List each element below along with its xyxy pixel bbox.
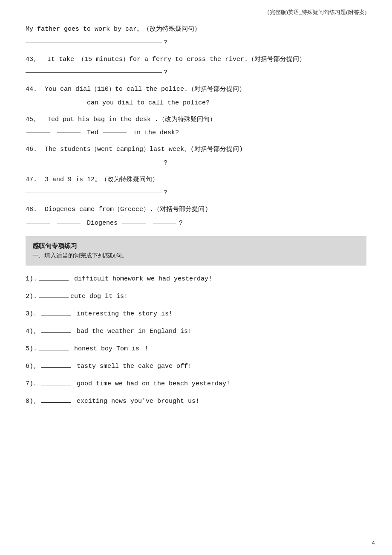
q44-blank1	[26, 103, 50, 103]
q48-answer: Diogenes ?	[26, 220, 366, 227]
exclamation-2: 2). cute dog it is!	[26, 291, 366, 302]
q46-number: 46.	[26, 146, 37, 153]
q44-answer: can you dial to call the police?	[26, 99, 366, 107]
q47-suffix: ?	[164, 189, 167, 197]
q44-blank2	[57, 103, 81, 103]
exclamation-1: 1). difficult homework we had yesterday!	[26, 273, 366, 285]
q47-text: 47. 3 and 9 is 12。（改为特殊疑问句）	[26, 174, 366, 185]
q45-ted: Ted	[87, 129, 98, 136]
e6-text: tasty smell the cake gave off!	[73, 361, 192, 372]
q43-blank	[26, 72, 162, 73]
q47-answer: ?	[26, 189, 366, 197]
q48-blank1	[26, 223, 50, 223]
q45-blank3	[103, 133, 127, 133]
e7-text: good time we had on the beach yesterday!	[73, 378, 230, 390]
page-number: 4	[372, 540, 375, 546]
q46-blank	[26, 163, 162, 163]
q43-answer: ?	[26, 69, 366, 76]
e2-prefix: 2).	[26, 291, 37, 302]
q48-blank4	[153, 223, 176, 223]
q44-trailing: can you dial to call the police?	[87, 99, 210, 107]
question-48: 48. Diogenes came from（Greece）.（对括号部分提问)…	[26, 204, 366, 227]
q45-trailing: in the desk?	[133, 129, 179, 136]
e4-text: bad the weather in England is!	[73, 326, 192, 337]
e3-text: interesting the story is!	[73, 308, 173, 320]
section-title: 感叹句专项练习	[32, 242, 360, 250]
e2-blank	[39, 298, 69, 298]
section-divider: 感叹句专项练习 一、填入适当的词完成下列感叹句。	[26, 236, 366, 266]
e2-text: cute dog it is!	[70, 291, 128, 302]
q47-blank	[26, 193, 162, 193]
q46-suffix: ?	[164, 159, 167, 167]
q43-suffix: ?	[164, 69, 167, 76]
q44-text: 44. You can dial（110）to call the police.…	[26, 84, 366, 95]
header-title: （完整版)英语_特殊疑问句练习题(附答案)	[264, 9, 367, 15]
exclamation-5: 5). honest boy Tom is ！	[26, 343, 366, 355]
question-43: 43。 It take （15 minutes）for a ferry to c…	[26, 54, 366, 77]
e7-blank	[41, 385, 71, 385]
q47-number: 47.	[26, 176, 37, 183]
e4-blank	[41, 332, 71, 333]
q45-answer: Ted in the desk?	[26, 129, 366, 136]
e1-prefix: 1).	[26, 273, 37, 285]
e8-text: exciting news you've brought us!	[73, 396, 199, 407]
question-46: 46. The students（went camping）last week。…	[26, 144, 366, 167]
q42-blank	[26, 43, 162, 43]
q45-blank1	[26, 133, 50, 133]
e8-prefix: 8)。	[26, 396, 40, 407]
exclamation-3: 3)。 interesting the story is!	[26, 308, 366, 320]
e6-prefix: 6)。	[26, 361, 40, 372]
q42-text: My father goes to work by car。（改为特殊疑问句）	[26, 24, 366, 35]
q45-number: 45。	[26, 116, 40, 123]
q48-suffix: ?	[179, 220, 183, 227]
question-45: 45。 Ted put his bag in the desk .（改为特殊疑问…	[26, 114, 366, 137]
e1-blank	[39, 280, 69, 280]
e7-prefix: 7)。	[26, 378, 40, 390]
exclamation-list: 1). difficult homework we had yesterday!…	[26, 273, 366, 407]
page-header: （完整版)英语_特殊疑问句练习题(附答案)	[26, 9, 366, 16]
exclamation-8: 8)。 exciting news you've brought us!	[26, 396, 366, 407]
exclamation-4: 4)。 bad the weather in England is!	[26, 326, 366, 337]
q46-text: 46. The students（went camping）last week。…	[26, 144, 366, 155]
q45-blank2	[57, 133, 81, 133]
q46-answer: ?	[26, 159, 366, 167]
question-42: My father goes to work by car。（改为特殊疑问句） …	[26, 24, 366, 46]
q48-number: 48.	[26, 206, 37, 213]
exclamation-7: 7)。 good time we had on the beach yester…	[26, 378, 366, 390]
q42-answer: ?	[26, 39, 366, 46]
e5-text: honest boy Tom is ！	[70, 343, 150, 355]
q42-suffix: ?	[164, 39, 167, 46]
e5-prefix: 5).	[26, 343, 37, 355]
q48-text: 48. Diogenes came from（Greece）.（对括号部分提问)	[26, 204, 366, 215]
e3-blank	[41, 315, 71, 315]
e5-blank	[39, 350, 69, 350]
q43-number: 43。	[26, 56, 40, 63]
e1-text: difficult homework we had yesterday!	[70, 273, 212, 285]
e8-blank	[41, 402, 71, 403]
exclamation-6: 6)。 tasty smell the cake gave off!	[26, 361, 366, 372]
q48-blank2	[57, 223, 81, 223]
q48-diogenes: Diogenes	[87, 220, 118, 227]
section-subtitle: 一、填入适当的词完成下列感叹句。	[32, 252, 360, 260]
question-44: 44. You can dial（110）to call the police.…	[26, 84, 366, 107]
q45-text: 45。 Ted put his bag in the desk .（改为特殊疑问…	[26, 114, 366, 125]
q43-text: 43。 It take （15 minutes）for a ferry to c…	[26, 54, 366, 65]
e3-prefix: 3)。	[26, 308, 40, 320]
e6-blank	[41, 367, 71, 368]
question-47: 47. 3 and 9 is 12。（改为特殊疑问句） ?	[26, 174, 366, 197]
q48-blank3	[122, 223, 146, 223]
q44-number: 44.	[26, 86, 37, 93]
e4-prefix: 4)。	[26, 326, 40, 337]
